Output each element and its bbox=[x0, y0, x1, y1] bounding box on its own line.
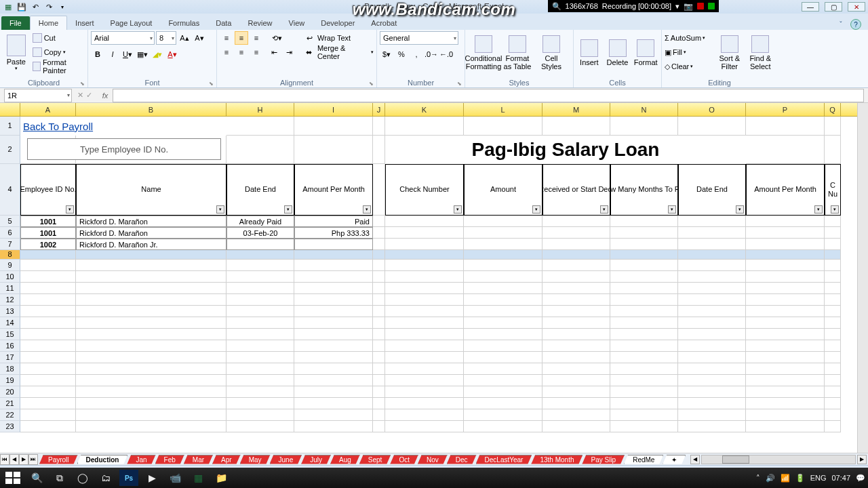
cell-L15[interactable] bbox=[464, 329, 542, 340]
cell-Q22[interactable] bbox=[825, 409, 841, 421]
orientation-button[interactable]: ⟲▾ bbox=[270, 31, 283, 45]
cell-O6[interactable] bbox=[678, 227, 746, 239]
cell-P15[interactable] bbox=[746, 329, 825, 340]
volume-icon[interactable]: 🔊 bbox=[766, 474, 775, 483]
cell-Q5[interactable] bbox=[825, 216, 841, 227]
cell-K13[interactable] bbox=[385, 306, 464, 317]
cell-Q16[interactable] bbox=[825, 340, 841, 352]
cell-J1[interactable] bbox=[373, 117, 385, 136]
underline-button[interactable]: U▾ bbox=[121, 47, 134, 61]
align-right-button[interactable]: ≡ bbox=[250, 45, 263, 59]
row-header-23[interactable]: 23 bbox=[0, 421, 20, 432]
cell-M20[interactable] bbox=[542, 386, 610, 398]
cell-O16[interactable] bbox=[678, 340, 746, 352]
cell-P9[interactable] bbox=[746, 260, 825, 271]
cell-Q14[interactable] bbox=[825, 317, 841, 329]
cell-O18[interactable] bbox=[678, 363, 746, 375]
cell-L10[interactable] bbox=[464, 271, 542, 283]
cell-L4[interactable]: Amount▾ bbox=[464, 164, 542, 216]
cell-A5[interactable]: 1001 bbox=[20, 216, 76, 227]
vertical-scrollbar[interactable] bbox=[857, 103, 868, 453]
cell-L18[interactable] bbox=[464, 363, 542, 375]
cell-N6[interactable] bbox=[610, 227, 678, 239]
col-header-K[interactable]: K bbox=[385, 103, 464, 116]
col-header-Q[interactable]: Q bbox=[825, 103, 841, 116]
cell-O8[interactable] bbox=[678, 250, 746, 260]
cell-Q2[interactable] bbox=[825, 136, 841, 164]
search-icon[interactable]: 🔍 bbox=[27, 470, 46, 486]
sheet-tab-apr[interactable]: Apr bbox=[212, 455, 241, 464]
minimize-button[interactable]: — bbox=[802, 2, 819, 12]
cell-M1[interactable] bbox=[542, 117, 610, 136]
cell-O7[interactable] bbox=[678, 239, 746, 250]
cell-K8[interactable] bbox=[385, 250, 464, 260]
cell-K18[interactable] bbox=[385, 363, 464, 375]
help-icon[interactable]: ? bbox=[850, 19, 861, 30]
filter-dropdown-icon[interactable]: ▾ bbox=[532, 205, 540, 214]
bandicam-icon[interactable]: 📹 bbox=[165, 470, 184, 486]
cell-N12[interactable] bbox=[610, 294, 678, 306]
row-header-13[interactable]: 13 bbox=[0, 306, 20, 317]
cell-P7[interactable] bbox=[746, 239, 825, 250]
formula-input[interactable] bbox=[113, 89, 864, 102]
cell-H18[interactable] bbox=[226, 363, 294, 375]
row-header-5[interactable]: 5 bbox=[0, 216, 20, 227]
cell-M23[interactable] bbox=[542, 421, 610, 432]
sheet-tab-payroll[interactable]: Payroll bbox=[39, 455, 78, 464]
cell-M13[interactable] bbox=[542, 306, 610, 317]
cell-M6[interactable] bbox=[542, 227, 610, 239]
tab-nav-next[interactable]: ▶ bbox=[19, 454, 28, 465]
cell-A23[interactable] bbox=[20, 421, 76, 432]
cell-M14[interactable] bbox=[542, 317, 610, 329]
row-header-11[interactable]: 11 bbox=[0, 283, 20, 294]
insert-cells-button[interactable]: Insert bbox=[576, 31, 602, 75]
cell-Q19[interactable] bbox=[825, 375, 841, 386]
cell-B6[interactable]: Rickford D. Marañon bbox=[76, 227, 226, 239]
cell-Q17[interactable] bbox=[825, 352, 841, 363]
cell-I19[interactable] bbox=[294, 375, 373, 386]
task-view-icon[interactable]: ⧉ bbox=[50, 470, 69, 486]
comma-button[interactable]: , bbox=[410, 47, 423, 61]
col-header-L[interactable]: L bbox=[464, 103, 542, 116]
grid-rows[interactable]: 124567891011121314151617181920212223Back… bbox=[0, 117, 857, 453]
cell-J23[interactable] bbox=[373, 421, 385, 432]
cell-M16[interactable] bbox=[542, 340, 610, 352]
row-header-12[interactable]: 12 bbox=[0, 294, 20, 306]
cell-A4[interactable]: Employee ID No.▾ bbox=[20, 164, 76, 216]
cell-L23[interactable] bbox=[464, 421, 542, 432]
col-header-H[interactable]: H bbox=[226, 103, 294, 116]
cell-L12[interactable] bbox=[464, 294, 542, 306]
sheet-tab-feb[interactable]: Feb bbox=[155, 455, 184, 464]
row-header-14[interactable]: 14 bbox=[0, 317, 20, 329]
number-format-combo[interactable]: General bbox=[380, 31, 458, 45]
cell-B20[interactable] bbox=[76, 386, 226, 398]
format-as-table-button[interactable]: Format as Table bbox=[502, 31, 533, 75]
cell-L20[interactable] bbox=[464, 386, 542, 398]
cell-K19[interactable] bbox=[385, 375, 464, 386]
cell-H10[interactable] bbox=[226, 271, 294, 283]
cell-H22[interactable] bbox=[226, 409, 294, 421]
cell-Q8[interactable] bbox=[825, 250, 841, 260]
cell-M8[interactable] bbox=[542, 250, 610, 260]
qat-more-icon[interactable]: ▾ bbox=[57, 1, 68, 12]
cell-J7[interactable] bbox=[373, 239, 385, 250]
row-header-20[interactable]: 20 bbox=[0, 386, 20, 398]
cell-P10[interactable] bbox=[746, 271, 825, 283]
scroll-right-icon[interactable]: ▶ bbox=[857, 455, 867, 464]
cell-Q1[interactable] bbox=[825, 117, 841, 136]
cell-B22[interactable] bbox=[76, 409, 226, 421]
row-header-22[interactable]: 22 bbox=[0, 409, 20, 421]
cell-N10[interactable] bbox=[610, 271, 678, 283]
language-indicator[interactable]: ENG bbox=[810, 474, 827, 482]
cell-B4[interactable]: Name▾ bbox=[76, 164, 226, 216]
cell-A22[interactable] bbox=[20, 409, 76, 421]
maximize-button[interactable]: ▢ bbox=[825, 2, 842, 12]
find-select-button[interactable]: Find & Select bbox=[747, 31, 774, 75]
sheet-tab-jan[interactable]: Jan bbox=[127, 455, 155, 464]
cell-O23[interactable] bbox=[678, 421, 746, 432]
increase-indent-button[interactable]: ⇥ bbox=[282, 45, 296, 59]
column-headers[interactable]: ABHIJKLMNOPQ bbox=[20, 103, 857, 117]
cell-A16[interactable] bbox=[20, 340, 76, 352]
cell-B11[interactable] bbox=[76, 283, 226, 294]
filter-dropdown-icon[interactable]: ▾ bbox=[216, 205, 224, 214]
